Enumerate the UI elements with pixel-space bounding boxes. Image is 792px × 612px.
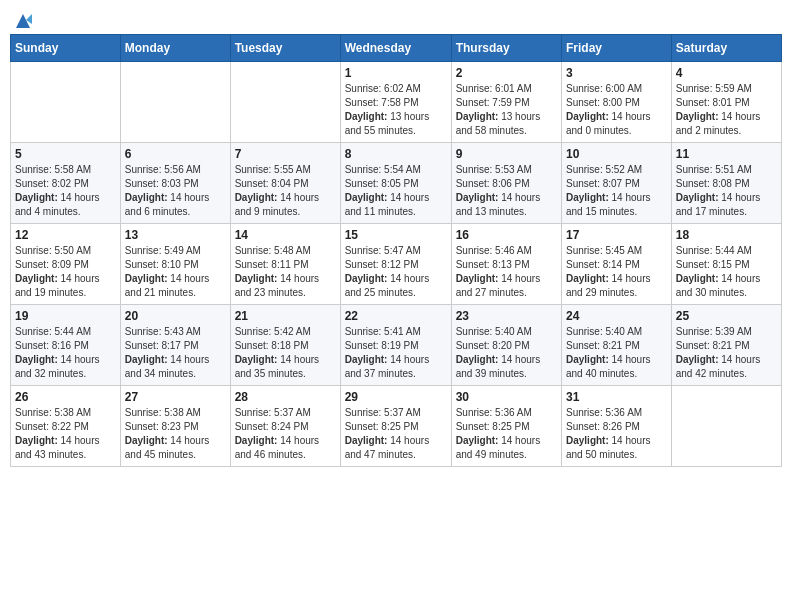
logo — [10, 10, 34, 26]
day-info: Sunrise: 5:48 AMSunset: 8:11 PMDaylight:… — [235, 244, 336, 300]
day-number: 16 — [456, 228, 557, 242]
day-number: 24 — [566, 309, 667, 323]
day-number: 11 — [676, 147, 777, 161]
day-number: 28 — [235, 390, 336, 404]
day-info: Sunrise: 5:37 AMSunset: 8:25 PMDaylight:… — [345, 406, 447, 462]
day-number: 4 — [676, 66, 777, 80]
calendar-cell — [120, 62, 230, 143]
col-header-tuesday: Tuesday — [230, 35, 340, 62]
day-number: 8 — [345, 147, 447, 161]
calendar-cell: 8Sunrise: 5:54 AMSunset: 8:05 PMDaylight… — [340, 143, 451, 224]
day-info: Sunrise: 5:50 AMSunset: 8:09 PMDaylight:… — [15, 244, 116, 300]
day-info: Sunrise: 5:53 AMSunset: 8:06 PMDaylight:… — [456, 163, 557, 219]
calendar-cell: 16Sunrise: 5:46 AMSunset: 8:13 PMDayligh… — [451, 224, 561, 305]
calendar-cell: 2Sunrise: 6:01 AMSunset: 7:59 PMDaylight… — [451, 62, 561, 143]
calendar-cell: 27Sunrise: 5:38 AMSunset: 8:23 PMDayligh… — [120, 386, 230, 467]
day-info: Sunrise: 6:02 AMSunset: 7:58 PMDaylight:… — [345, 82, 447, 138]
day-info: Sunrise: 5:59 AMSunset: 8:01 PMDaylight:… — [676, 82, 777, 138]
day-number: 1 — [345, 66, 447, 80]
day-number: 10 — [566, 147, 667, 161]
calendar-cell: 19Sunrise: 5:44 AMSunset: 8:16 PMDayligh… — [11, 305, 121, 386]
day-info: Sunrise: 5:54 AMSunset: 8:05 PMDaylight:… — [345, 163, 447, 219]
day-info: Sunrise: 5:39 AMSunset: 8:21 PMDaylight:… — [676, 325, 777, 381]
calendar-cell — [230, 62, 340, 143]
day-number: 31 — [566, 390, 667, 404]
calendar-cell: 3Sunrise: 6:00 AMSunset: 8:00 PMDaylight… — [562, 62, 672, 143]
calendar-cell: 26Sunrise: 5:38 AMSunset: 8:22 PMDayligh… — [11, 386, 121, 467]
calendar-cell: 9Sunrise: 5:53 AMSunset: 8:06 PMDaylight… — [451, 143, 561, 224]
day-number: 6 — [125, 147, 226, 161]
calendar-table: SundayMondayTuesdayWednesdayThursdayFrid… — [10, 34, 782, 467]
calendar-cell: 12Sunrise: 5:50 AMSunset: 8:09 PMDayligh… — [11, 224, 121, 305]
day-info: Sunrise: 5:40 AMSunset: 8:20 PMDaylight:… — [456, 325, 557, 381]
day-number: 12 — [15, 228, 116, 242]
day-info: Sunrise: 5:51 AMSunset: 8:08 PMDaylight:… — [676, 163, 777, 219]
day-info: Sunrise: 5:58 AMSunset: 8:02 PMDaylight:… — [15, 163, 116, 219]
calendar-cell: 23Sunrise: 5:40 AMSunset: 8:20 PMDayligh… — [451, 305, 561, 386]
calendar-cell — [11, 62, 121, 143]
day-info: Sunrise: 5:41 AMSunset: 8:19 PMDaylight:… — [345, 325, 447, 381]
day-number: 20 — [125, 309, 226, 323]
day-info: Sunrise: 5:44 AMSunset: 8:15 PMDaylight:… — [676, 244, 777, 300]
day-info: Sunrise: 5:49 AMSunset: 8:10 PMDaylight:… — [125, 244, 226, 300]
logo-icon — [12, 10, 34, 32]
col-header-sunday: Sunday — [11, 35, 121, 62]
calendar-cell: 21Sunrise: 5:42 AMSunset: 8:18 PMDayligh… — [230, 305, 340, 386]
day-info: Sunrise: 5:36 AMSunset: 8:25 PMDaylight:… — [456, 406, 557, 462]
day-info: Sunrise: 6:01 AMSunset: 7:59 PMDaylight:… — [456, 82, 557, 138]
calendar-cell: 7Sunrise: 5:55 AMSunset: 8:04 PMDaylight… — [230, 143, 340, 224]
day-number: 5 — [15, 147, 116, 161]
page-header — [10, 10, 782, 26]
day-info: Sunrise: 5:38 AMSunset: 8:23 PMDaylight:… — [125, 406, 226, 462]
day-info: Sunrise: 5:44 AMSunset: 8:16 PMDaylight:… — [15, 325, 116, 381]
col-header-friday: Friday — [562, 35, 672, 62]
day-info: Sunrise: 5:40 AMSunset: 8:21 PMDaylight:… — [566, 325, 667, 381]
day-number: 19 — [15, 309, 116, 323]
day-number: 21 — [235, 309, 336, 323]
day-info: Sunrise: 5:45 AMSunset: 8:14 PMDaylight:… — [566, 244, 667, 300]
col-header-saturday: Saturday — [671, 35, 781, 62]
col-header-monday: Monday — [120, 35, 230, 62]
calendar-cell: 31Sunrise: 5:36 AMSunset: 8:26 PMDayligh… — [562, 386, 672, 467]
day-info: Sunrise: 5:52 AMSunset: 8:07 PMDaylight:… — [566, 163, 667, 219]
calendar-cell: 4Sunrise: 5:59 AMSunset: 8:01 PMDaylight… — [671, 62, 781, 143]
day-number: 14 — [235, 228, 336, 242]
day-number: 23 — [456, 309, 557, 323]
day-info: Sunrise: 5:42 AMSunset: 8:18 PMDaylight:… — [235, 325, 336, 381]
calendar-cell: 20Sunrise: 5:43 AMSunset: 8:17 PMDayligh… — [120, 305, 230, 386]
day-number: 15 — [345, 228, 447, 242]
calendar-cell: 24Sunrise: 5:40 AMSunset: 8:21 PMDayligh… — [562, 305, 672, 386]
day-number: 2 — [456, 66, 557, 80]
calendar-cell — [671, 386, 781, 467]
day-info: Sunrise: 5:56 AMSunset: 8:03 PMDaylight:… — [125, 163, 226, 219]
col-header-wednesday: Wednesday — [340, 35, 451, 62]
calendar-cell: 13Sunrise: 5:49 AMSunset: 8:10 PMDayligh… — [120, 224, 230, 305]
day-number: 26 — [15, 390, 116, 404]
calendar-cell: 11Sunrise: 5:51 AMSunset: 8:08 PMDayligh… — [671, 143, 781, 224]
col-header-thursday: Thursday — [451, 35, 561, 62]
day-info: Sunrise: 5:46 AMSunset: 8:13 PMDaylight:… — [456, 244, 557, 300]
day-info: Sunrise: 5:55 AMSunset: 8:04 PMDaylight:… — [235, 163, 336, 219]
calendar-cell: 22Sunrise: 5:41 AMSunset: 8:19 PMDayligh… — [340, 305, 451, 386]
day-number: 27 — [125, 390, 226, 404]
day-info: Sunrise: 6:00 AMSunset: 8:00 PMDaylight:… — [566, 82, 667, 138]
day-number: 17 — [566, 228, 667, 242]
calendar-cell: 14Sunrise: 5:48 AMSunset: 8:11 PMDayligh… — [230, 224, 340, 305]
day-info: Sunrise: 5:43 AMSunset: 8:17 PMDaylight:… — [125, 325, 226, 381]
day-number: 13 — [125, 228, 226, 242]
day-info: Sunrise: 5:47 AMSunset: 8:12 PMDaylight:… — [345, 244, 447, 300]
day-number: 7 — [235, 147, 336, 161]
calendar-cell: 6Sunrise: 5:56 AMSunset: 8:03 PMDaylight… — [120, 143, 230, 224]
calendar-cell: 30Sunrise: 5:36 AMSunset: 8:25 PMDayligh… — [451, 386, 561, 467]
calendar-cell: 29Sunrise: 5:37 AMSunset: 8:25 PMDayligh… — [340, 386, 451, 467]
calendar-cell: 18Sunrise: 5:44 AMSunset: 8:15 PMDayligh… — [671, 224, 781, 305]
day-number: 9 — [456, 147, 557, 161]
day-info: Sunrise: 5:36 AMSunset: 8:26 PMDaylight:… — [566, 406, 667, 462]
day-number: 29 — [345, 390, 447, 404]
calendar-cell: 1Sunrise: 6:02 AMSunset: 7:58 PMDaylight… — [340, 62, 451, 143]
day-number: 25 — [676, 309, 777, 323]
calendar-cell: 25Sunrise: 5:39 AMSunset: 8:21 PMDayligh… — [671, 305, 781, 386]
calendar-cell: 17Sunrise: 5:45 AMSunset: 8:14 PMDayligh… — [562, 224, 672, 305]
calendar-cell: 15Sunrise: 5:47 AMSunset: 8:12 PMDayligh… — [340, 224, 451, 305]
calendar-cell: 28Sunrise: 5:37 AMSunset: 8:24 PMDayligh… — [230, 386, 340, 467]
